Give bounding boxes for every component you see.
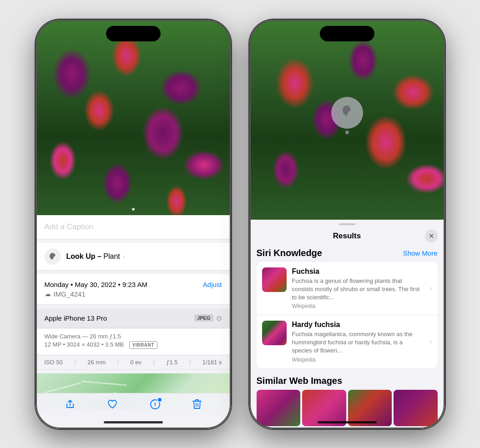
hardy-desc: Fuchsia magellanica, commonly known as t…	[292, 330, 424, 355]
hardy-source: Wikipedia	[292, 357, 424, 363]
siri-bubble	[331, 97, 363, 129]
dynamic-island-left	[106, 26, 161, 41]
fuchsia-text: Fuchsia Fuchsia is a genus of flowering …	[292, 267, 424, 310]
adjust-button[interactable]: Adjust	[203, 281, 222, 288]
bottom-toolbar: i	[35, 393, 231, 416]
camera-icon: ⊙	[216, 314, 222, 322]
phones-container: Add a Caption Look Up – Plant ›	[35, 20, 445, 429]
exif-iso: ISO 50	[45, 359, 63, 366]
siri-knowledge-title: Siri Knowledge	[257, 248, 322, 258]
share-icon	[65, 399, 75, 409]
results-content: Siri Knowledge Show More Fuchsia Fuchsia…	[249, 248, 445, 429]
lookup-label: Look Up – Plant ›	[66, 252, 126, 261]
exif-ev: 0 ev	[130, 359, 141, 366]
lookup-row[interactable]: Look Up – Plant ›	[35, 243, 231, 271]
lookup-icon	[45, 248, 61, 265]
right-phone-frame: Results ✕ Siri Knowledge Show More	[249, 20, 445, 429]
home-indicator-left	[104, 421, 163, 423]
siri-dot	[345, 131, 349, 134]
knowledge-item-hardy[interactable]: Hardy fuchsia Fuchsia magellanica, commo…	[257, 315, 438, 368]
results-title: Results	[269, 232, 425, 241]
info-badge	[157, 397, 162, 403]
knowledge-card: Fuchsia Fuchsia is a genus of flowering …	[257, 262, 438, 368]
home-indicator-right	[318, 421, 377, 423]
leaf-icon	[48, 252, 57, 261]
similar-image-4[interactable]	[394, 390, 438, 426]
flower-photo-left[interactable]	[35, 20, 231, 215]
camera-specs: Wide Camera — 26 mm ƒ1.5 12 MP • 3024 × …	[35, 328, 231, 355]
left-phone-frame: Add a Caption Look Up – Plant ›	[35, 20, 231, 429]
close-button[interactable]: ✕	[425, 230, 438, 242]
fuchsia-source: Wikipedia	[292, 303, 424, 309]
date-row: Monday • May 30, 2022 • 9:23 AM Adjust	[45, 281, 222, 288]
filename: IMG_4241	[54, 290, 86, 298]
hardy-chevron: ›	[429, 337, 432, 346]
vibrant-badge: VIBRANT	[129, 341, 157, 349]
fuchsia-thumbnail	[262, 267, 287, 292]
leaf-siri-icon	[340, 104, 354, 118]
photo-details: Monday • May 30, 2022 • 9:23 AM Adjust ☁…	[35, 274, 231, 305]
siri-leaf-icon	[340, 104, 354, 121]
right-screen: Results ✕ Siri Knowledge Show More	[249, 20, 445, 429]
fuchsia-chevron: ›	[429, 284, 432, 292]
knowledge-item-fuchsia[interactable]: Fuchsia Fuchsia is a genus of flowering …	[257, 262, 438, 316]
favorite-button[interactable]	[107, 399, 118, 412]
jpeg-badge: JPEG	[194, 314, 213, 322]
delete-button[interactable]	[192, 399, 202, 413]
filename-row: ☁ IMG_4241	[45, 290, 222, 298]
dynamic-island-right	[320, 26, 374, 41]
device-name: Apple iPhone 13 Pro	[45, 314, 107, 322]
results-header: Results ✕	[249, 228, 445, 248]
trash-icon	[192, 399, 202, 410]
exif-aperture: ƒ1.5	[166, 359, 177, 366]
info-button[interactable]: i	[150, 399, 161, 413]
heart-icon	[107, 399, 118, 409]
hardy-name: Hardy fuchsia	[292, 321, 424, 329]
siri-knowledge-header: Siri Knowledge Show More	[257, 248, 438, 258]
similar-title: Similar Web Images	[257, 376, 438, 386]
spec-line-1: Wide Camera — 26 mm ƒ1.5	[45, 333, 222, 340]
spec-line-2: 12 MP • 3024 × 4032 • 3.5 MB VIBRANT	[45, 341, 222, 349]
exif-shutter: 1/181 s	[202, 359, 222, 366]
device-row: Apple iPhone 13 Pro JPEG ⊙	[35, 308, 231, 328]
similar-section: Similar Web Images	[257, 376, 438, 426]
hardy-thumbnail	[262, 321, 287, 345]
exif-row: ISO 50 | 26 mm | 0 ev | ƒ1.5 | 1/181 s	[35, 355, 231, 370]
photo-dot-indicator	[132, 208, 135, 211]
similar-image-1[interactable]	[257, 390, 301, 426]
cloud-icon: ☁	[45, 290, 51, 297]
hardy-text: Hardy fuchsia Fuchsia magellanica, commo…	[292, 321, 424, 363]
caption-placeholder: Add a Caption	[45, 222, 94, 231]
show-more-button[interactable]: Show More	[403, 249, 438, 257]
device-section: Apple iPhone 13 Pro JPEG ⊙ Wide Camera —…	[35, 308, 231, 355]
flower-photo-right[interactable]	[249, 20, 445, 220]
left-screen: Add a Caption Look Up – Plant ›	[35, 20, 231, 429]
date-text: Monday • May 30, 2022 • 9:23 AM	[45, 281, 147, 288]
device-badges: JPEG ⊙	[194, 314, 222, 322]
exif-mm: 26 mm	[87, 359, 106, 366]
share-button[interactable]	[65, 399, 75, 412]
results-handle[interactable]	[339, 223, 355, 225]
results-panel: Results ✕ Siri Knowledge Show More	[249, 220, 445, 429]
fuchsia-name: Fuchsia	[292, 267, 424, 276]
caption-area[interactable]: Add a Caption	[35, 215, 231, 239]
svg-text:i: i	[154, 401, 156, 408]
fuchsia-desc: Fuchsia is a genus of flowering plants t…	[292, 277, 424, 302]
